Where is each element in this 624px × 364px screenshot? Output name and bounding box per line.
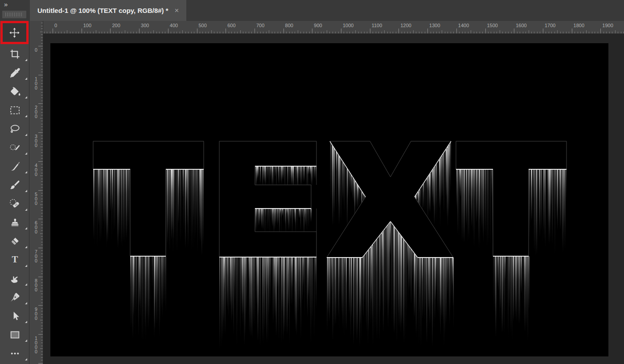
flyout-indicator	[25, 339, 27, 342]
rectangular-marquee-icon	[9, 105, 21, 116]
ruler-label: 1900	[602, 23, 613, 28]
crop-icon	[9, 49, 21, 60]
tool-smudge[interactable]	[0, 269, 29, 288]
close-tab-icon[interactable]: ×	[175, 7, 179, 14]
flyout-indicator	[25, 302, 27, 304]
ruler-label: 1800	[574, 23, 584, 28]
canvas-artwork	[50, 43, 608, 356]
tool-pen[interactable]	[0, 288, 29, 307]
vertical-ruler[interactable]: 01002003004005006007008009001000	[29, 21, 43, 364]
photoshop-window: » Untitled-1 @ 100% (TEXT copy, RGB/8#) …	[0, 0, 624, 364]
flyout-indicator	[25, 171, 27, 173]
ruler-label: 600	[227, 23, 235, 28]
tool-remove[interactable]	[0, 157, 29, 176]
flyout-indicator	[25, 59, 27, 61]
ruler-label: 1100	[372, 23, 382, 28]
toolbar-grip[interactable]	[2, 11, 26, 18]
more-icon	[9, 348, 21, 359]
tool-rectangular-marquee[interactable]	[0, 101, 29, 119]
ruler-label: 200	[112, 23, 120, 28]
expand-panel-icon[interactable]: »	[4, 0, 7, 8]
ruler-label: 0	[54, 23, 57, 28]
flyout-indicator	[25, 358, 27, 360]
path-select-icon	[9, 311, 21, 322]
tool-eyedropper[interactable]	[0, 63, 29, 82]
flyout-indicator	[25, 190, 27, 192]
tool-brush[interactable]	[0, 176, 29, 194]
type-icon: T	[9, 254, 21, 266]
tool-paint-bucket[interactable]	[0, 82, 29, 101]
ruler-label: 800	[285, 23, 293, 28]
flyout-indicator	[25, 134, 27, 136]
tool-clone-stamp[interactable]	[0, 213, 29, 232]
rectangle-icon	[9, 329, 21, 340]
toolbox: T	[0, 21, 29, 364]
flyout-indicator	[25, 78, 27, 80]
ruler-label: 1200	[400, 23, 411, 28]
document-canvas[interactable]	[50, 43, 608, 356]
ruler-label: 700	[256, 23, 264, 28]
eraser-icon	[9, 236, 21, 247]
toolbar-header: »	[0, 0, 29, 21]
letter-E	[219, 141, 316, 257]
ruler-label: 500	[199, 23, 207, 28]
ruler-label: 1400	[458, 23, 469, 28]
flyout-indicator	[25, 209, 27, 211]
svg-text:T: T	[12, 254, 18, 265]
spot-healing-icon	[9, 198, 21, 209]
brush-icon	[9, 180, 21, 191]
document-tab-title: Untitled-1 @ 100% (TEXT copy, RGB/8#) *	[37, 7, 168, 14]
document-tab[interactable]: Untitled-1 @ 100% (TEXT copy, RGB/8#) * …	[30, 0, 186, 21]
ruler-label: 300	[141, 23, 149, 28]
ruler-label: 100	[83, 23, 91, 28]
ruler-label: 400	[170, 23, 178, 28]
remove-icon	[9, 161, 21, 172]
tool-selection-brush[interactable]	[0, 138, 29, 157]
tool-eraser[interactable]	[0, 232, 29, 250]
ruler-label: 1600	[516, 23, 526, 28]
tool-lasso[interactable]	[0, 119, 29, 138]
clone-stamp-icon	[9, 217, 21, 228]
tab-bar: » Untitled-1 @ 100% (TEXT copy, RGB/8#) …	[0, 0, 624, 21]
ruler-label: 1000	[343, 23, 353, 28]
flyout-indicator	[25, 283, 27, 286]
tool-move[interactable]	[0, 21, 29, 44]
ruler-label: 1300	[429, 23, 440, 28]
flyout-indicator	[25, 96, 27, 98]
tool-crop[interactable]	[0, 45, 29, 63]
move-icon	[9, 27, 20, 38]
tool-spot-healing[interactable]	[0, 194, 29, 213]
flyout-indicator	[25, 321, 27, 323]
ruler-label: 1500	[487, 23, 498, 28]
lasso-icon	[9, 123, 21, 135]
flyout-indicator	[25, 152, 27, 155]
tool-more[interactable]	[0, 344, 29, 363]
ruler-label: 900	[314, 23, 322, 28]
eyedropper-icon	[9, 67, 21, 78]
horizontal-ruler[interactable]: 0100200300400500600700800900100011001200…	[43, 21, 624, 34]
flyout-indicator	[25, 227, 27, 229]
pen-icon	[9, 292, 21, 303]
tool-type[interactable]: T	[0, 250, 29, 269]
flyout-indicator	[25, 265, 27, 267]
tool-rectangle[interactable]	[0, 325, 29, 344]
paint-bucket-icon	[9, 86, 21, 97]
flyout-indicator	[25, 246, 27, 248]
selection-brush-icon	[9, 142, 21, 153]
tool-path-select[interactable]	[0, 307, 29, 325]
flyout-indicator	[25, 115, 27, 117]
ruler-label: 1700	[545, 23, 555, 28]
smudge-icon	[9, 273, 21, 284]
